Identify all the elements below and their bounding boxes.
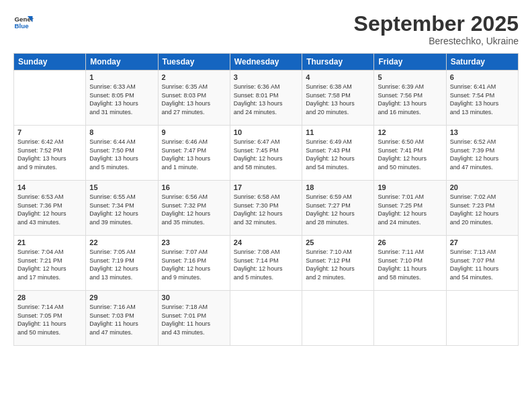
day-number: 13 bbox=[450, 128, 515, 136]
day-number: 18 bbox=[306, 183, 370, 191]
calendar-cell: 7Sunrise: 6:42 AM Sunset: 7:52 PM Daylig… bbox=[14, 126, 86, 181]
day-number: 7 bbox=[17, 128, 82, 136]
day-number: 21 bbox=[17, 238, 82, 246]
day-number: 15 bbox=[89, 183, 154, 191]
cell-info: Sunrise: 6:47 AM Sunset: 7:45 PM Dayligh… bbox=[234, 138, 298, 171]
day-number: 23 bbox=[162, 238, 226, 246]
cell-info: Sunrise: 6:33 AM Sunset: 8:05 PM Dayligh… bbox=[89, 83, 154, 116]
cell-info: Sunrise: 7:13 AM Sunset: 7:07 PM Dayligh… bbox=[450, 248, 515, 281]
calendar-cell: 3Sunrise: 6:36 AM Sunset: 8:01 PM Daylig… bbox=[230, 71, 302, 126]
calendar-table: Sunday Monday Tuesday Wednesday Thursday… bbox=[13, 53, 519, 346]
calendar-cell: 24Sunrise: 7:08 AM Sunset: 7:14 PM Dayli… bbox=[230, 236, 302, 291]
col-tuesday: Tuesday bbox=[158, 54, 230, 71]
calendar-cell: 16Sunrise: 6:56 AM Sunset: 7:32 PM Dayli… bbox=[158, 181, 230, 236]
calendar-cell: 23Sunrise: 7:07 AM Sunset: 7:16 PM Dayli… bbox=[158, 236, 230, 291]
calendar-cell: 12Sunrise: 6:50 AM Sunset: 7:41 PM Dayli… bbox=[374, 126, 446, 181]
cell-info: Sunrise: 6:41 AM Sunset: 7:54 PM Dayligh… bbox=[450, 83, 515, 116]
cell-info: Sunrise: 7:04 AM Sunset: 7:21 PM Dayligh… bbox=[17, 248, 82, 281]
svg-text:Blue: Blue bbox=[15, 22, 30, 30]
cell-info: Sunrise: 6:58 AM Sunset: 7:30 PM Dayligh… bbox=[234, 193, 298, 226]
day-number: 1 bbox=[89, 73, 154, 81]
calendar-cell: 6Sunrise: 6:41 AM Sunset: 7:54 PM Daylig… bbox=[446, 71, 518, 126]
cell-info: Sunrise: 6:46 AM Sunset: 7:47 PM Dayligh… bbox=[162, 138, 226, 171]
calendar-cell: 9Sunrise: 6:46 AM Sunset: 7:47 PM Daylig… bbox=[158, 126, 230, 181]
calendar-cell bbox=[14, 71, 86, 126]
cell-info: Sunrise: 6:49 AM Sunset: 7:43 PM Dayligh… bbox=[306, 138, 370, 171]
col-saturday: Saturday bbox=[446, 54, 518, 71]
calendar-cell: 20Sunrise: 7:02 AM Sunset: 7:23 PM Dayli… bbox=[446, 181, 518, 236]
header-row: Sunday Monday Tuesday Wednesday Thursday… bbox=[14, 54, 519, 71]
cell-info: Sunrise: 6:36 AM Sunset: 8:01 PM Dayligh… bbox=[234, 83, 298, 116]
calendar-page: General Blue September 2025 Berestechko,… bbox=[0, 0, 532, 411]
cell-info: Sunrise: 7:07 AM Sunset: 7:16 PM Dayligh… bbox=[162, 248, 226, 281]
calendar-cell: 15Sunrise: 6:55 AM Sunset: 7:34 PM Dayli… bbox=[86, 181, 158, 236]
calendar-cell: 29Sunrise: 7:16 AM Sunset: 7:03 PM Dayli… bbox=[86, 291, 158, 346]
calendar-cell: 14Sunrise: 6:53 AM Sunset: 7:36 PM Dayli… bbox=[14, 181, 86, 236]
month-title: September 2025 bbox=[354, 12, 519, 36]
logo: General Blue bbox=[13, 12, 34, 32]
day-number: 11 bbox=[306, 128, 370, 136]
day-number: 14 bbox=[17, 183, 82, 191]
cell-info: Sunrise: 6:38 AM Sunset: 7:58 PM Dayligh… bbox=[306, 83, 370, 116]
header: General Blue September 2025 Berestechko,… bbox=[13, 12, 519, 46]
day-number: 16 bbox=[162, 183, 226, 191]
day-number: 2 bbox=[162, 73, 226, 81]
day-number: 26 bbox=[378, 238, 442, 246]
cell-info: Sunrise: 6:55 AM Sunset: 7:34 PM Dayligh… bbox=[89, 193, 154, 226]
calendar-cell: 25Sunrise: 7:10 AM Sunset: 7:12 PM Dayli… bbox=[302, 236, 374, 291]
calendar-cell: 5Sunrise: 6:39 AM Sunset: 7:56 PM Daylig… bbox=[374, 71, 446, 126]
calendar-cell: 30Sunrise: 7:18 AM Sunset: 7:01 PM Dayli… bbox=[158, 291, 230, 346]
calendar-cell bbox=[230, 291, 302, 346]
cell-info: Sunrise: 6:39 AM Sunset: 7:56 PM Dayligh… bbox=[378, 83, 442, 116]
day-number: 8 bbox=[89, 128, 154, 136]
day-number: 24 bbox=[234, 238, 298, 246]
cell-info: Sunrise: 6:56 AM Sunset: 7:32 PM Dayligh… bbox=[162, 193, 226, 226]
calendar-cell: 10Sunrise: 6:47 AM Sunset: 7:45 PM Dayli… bbox=[230, 126, 302, 181]
day-number: 6 bbox=[450, 73, 515, 81]
day-number: 10 bbox=[234, 128, 298, 136]
col-wednesday: Wednesday bbox=[230, 54, 302, 71]
calendar-cell bbox=[446, 291, 518, 346]
calendar-cell: 27Sunrise: 7:13 AM Sunset: 7:07 PM Dayli… bbox=[446, 236, 518, 291]
calendar-cell: 17Sunrise: 6:58 AM Sunset: 7:30 PM Dayli… bbox=[230, 181, 302, 236]
cell-info: Sunrise: 7:02 AM Sunset: 7:23 PM Dayligh… bbox=[450, 193, 515, 226]
subtitle: Berestechko, Ukraine bbox=[354, 36, 519, 46]
day-number: 19 bbox=[378, 183, 442, 191]
title-block: September 2025 Berestechko, Ukraine bbox=[354, 12, 519, 46]
day-number: 30 bbox=[162, 293, 226, 302]
calendar-week-3: 14Sunrise: 6:53 AM Sunset: 7:36 PM Dayli… bbox=[14, 181, 519, 236]
day-number: 3 bbox=[234, 73, 298, 81]
cell-info: Sunrise: 7:11 AM Sunset: 7:10 PM Dayligh… bbox=[378, 248, 442, 281]
cell-info: Sunrise: 7:14 AM Sunset: 7:05 PM Dayligh… bbox=[17, 303, 82, 336]
cell-info: Sunrise: 6:35 AM Sunset: 8:03 PM Dayligh… bbox=[162, 83, 226, 116]
calendar-cell: 28Sunrise: 7:14 AM Sunset: 7:05 PM Dayli… bbox=[14, 291, 86, 346]
calendar-cell: 1Sunrise: 6:33 AM Sunset: 8:05 PM Daylig… bbox=[86, 71, 158, 126]
col-thursday: Thursday bbox=[302, 54, 374, 71]
calendar-cell: 11Sunrise: 6:49 AM Sunset: 7:43 PM Dayli… bbox=[302, 126, 374, 181]
day-number: 27 bbox=[450, 238, 515, 246]
day-number: 9 bbox=[162, 128, 226, 136]
calendar-cell: 19Sunrise: 7:01 AM Sunset: 7:25 PM Dayli… bbox=[374, 181, 446, 236]
calendar-cell: 2Sunrise: 6:35 AM Sunset: 8:03 PM Daylig… bbox=[158, 71, 230, 126]
col-friday: Friday bbox=[374, 54, 446, 71]
calendar-cell: 13Sunrise: 6:52 AM Sunset: 7:39 PM Dayli… bbox=[446, 126, 518, 181]
calendar-cell bbox=[302, 291, 374, 346]
day-number: 4 bbox=[306, 73, 370, 81]
day-number: 5 bbox=[378, 73, 442, 81]
day-number: 17 bbox=[234, 183, 298, 191]
cell-info: Sunrise: 6:53 AM Sunset: 7:36 PM Dayligh… bbox=[17, 193, 82, 226]
calendar-cell: 22Sunrise: 7:05 AM Sunset: 7:19 PM Dayli… bbox=[86, 236, 158, 291]
cell-info: Sunrise: 7:08 AM Sunset: 7:14 PM Dayligh… bbox=[234, 248, 298, 281]
calendar-cell: 8Sunrise: 6:44 AM Sunset: 7:50 PM Daylig… bbox=[86, 126, 158, 181]
cell-info: Sunrise: 6:44 AM Sunset: 7:50 PM Dayligh… bbox=[89, 138, 154, 171]
calendar-cell: 4Sunrise: 6:38 AM Sunset: 7:58 PM Daylig… bbox=[302, 71, 374, 126]
cell-info: Sunrise: 7:10 AM Sunset: 7:12 PM Dayligh… bbox=[306, 248, 370, 281]
calendar-cell: 18Sunrise: 6:59 AM Sunset: 7:27 PM Dayli… bbox=[302, 181, 374, 236]
calendar-cell: 21Sunrise: 7:04 AM Sunset: 7:21 PM Dayli… bbox=[14, 236, 86, 291]
day-number: 28 bbox=[17, 293, 82, 302]
cell-info: Sunrise: 6:52 AM Sunset: 7:39 PM Dayligh… bbox=[450, 138, 515, 171]
cell-info: Sunrise: 7:16 AM Sunset: 7:03 PM Dayligh… bbox=[89, 303, 154, 336]
calendar-week-2: 7Sunrise: 6:42 AM Sunset: 7:52 PM Daylig… bbox=[14, 126, 519, 181]
cell-info: Sunrise: 7:18 AM Sunset: 7:01 PM Dayligh… bbox=[162, 303, 226, 336]
day-number: 12 bbox=[378, 128, 442, 136]
